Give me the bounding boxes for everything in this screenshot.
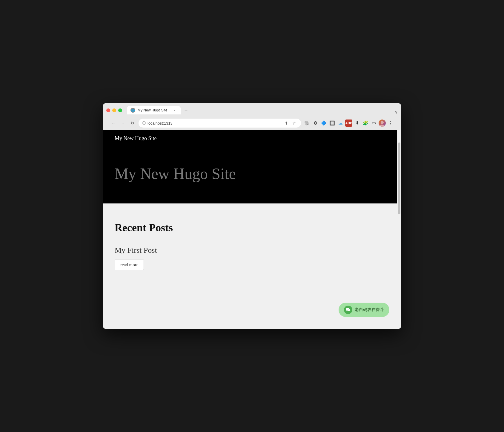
post-divider (115, 282, 389, 282)
sidebar-icon[interactable]: ▭ (370, 120, 377, 127)
scrollbar-thumb[interactable] (398, 143, 400, 214)
close-traffic-light[interactable] (106, 108, 110, 112)
extension-blue-icon[interactable]: 🔷 (320, 120, 327, 127)
kebab-menu[interactable]: ⋮ (387, 120, 394, 127)
tab-favicon: 🌐 (130, 108, 135, 113)
reload-button[interactable]: ↻ (129, 120, 136, 127)
wechat-badge: 老白码农在奋斗 (339, 303, 389, 317)
profile-avatar[interactable] (379, 120, 386, 127)
read-more-button[interactable]: read more (115, 260, 144, 270)
fullscreen-traffic-light[interactable] (118, 108, 122, 112)
address-bar[interactable]: ⓘ localhost:1313 ⬆ ☆ (139, 119, 301, 128)
extension2-icon[interactable]: 🔲 (328, 120, 336, 127)
address-actions: ⬆ ☆ (283, 120, 297, 126)
forward-button[interactable]: → (119, 120, 127, 127)
evernote-icon[interactable]: 🐘 (303, 120, 311, 127)
tab-close-button[interactable]: × (172, 108, 177, 113)
back-button[interactable]: ← (110, 120, 117, 127)
browser-window: 🌐 My New Hugo Site × + ∨ ← → ↻ ⓘ localho… (103, 103, 401, 329)
wechat-icon (344, 306, 352, 314)
minimize-traffic-light[interactable] (112, 108, 116, 112)
active-tab[interactable]: 🌐 My New Hugo Site × (127, 106, 181, 114)
chrome-titlebar: 🌐 My New Hugo Site × + ∨ ← → ↻ ⓘ localho… (103, 103, 401, 130)
tab-title: My New Hugo Site (138, 108, 170, 112)
wechat-text: 老白码农在奋斗 (355, 307, 384, 312)
post-card: My First Post read more (115, 246, 389, 270)
puzzle-icon[interactable]: 🧩 (362, 120, 369, 127)
post-title: My First Post (115, 246, 389, 255)
share-icon[interactable]: ⬆ (283, 120, 290, 126)
bookmark-icon[interactable]: ☆ (291, 120, 297, 126)
cloud-icon[interactable]: ☁ (337, 120, 344, 127)
toolbar-icons: 🐘 ⚙ 🔷 🔲 ☁ ABP ⬇ 🧩 ▭ ⋮ (303, 120, 394, 127)
new-tab-button[interactable]: + (182, 106, 190, 114)
svg-point-0 (381, 121, 384, 124)
address-lock-icon: ⓘ (142, 121, 146, 126)
page-content: My New Hugo Site My New Hugo Site Recent… (103, 130, 401, 329)
tab-list-chevron[interactable]: ∨ (395, 110, 398, 114)
download-icon[interactable]: ⬇ (354, 120, 361, 127)
site-header-title: My New Hugo Site (115, 135, 389, 142)
svg-point-1 (380, 125, 385, 127)
hero-banner: My New Hugo Site (103, 147, 401, 203)
page-wrapper: My New Hugo Site My New Hugo Site Recent… (103, 130, 401, 329)
scrollbar-track[interactable] (397, 130, 401, 329)
hero-banner-title: My New Hugo Site (115, 165, 389, 183)
tab-bar: 🌐 My New Hugo Site × + ∨ (127, 106, 398, 114)
chrome-top-row: 🌐 My New Hugo Site × + ∨ (106, 106, 398, 114)
address-url: localhost:1313 (147, 121, 173, 125)
recent-posts-heading: Recent Posts (115, 221, 389, 234)
chrome-addressbar: ← → ↻ ⓘ localhost:1313 ⬆ ☆ 🐘 ⚙ 🔷 🔲 ☁ ABP… (106, 117, 398, 130)
main-content: Recent Posts My First Post read more 老白码… (103, 203, 401, 329)
site-header: My New Hugo Site (103, 130, 401, 147)
traffic-lights (106, 108, 122, 112)
settings-icon[interactable]: ⚙ (312, 120, 319, 127)
adblock-icon[interactable]: ABP (345, 120, 352, 127)
